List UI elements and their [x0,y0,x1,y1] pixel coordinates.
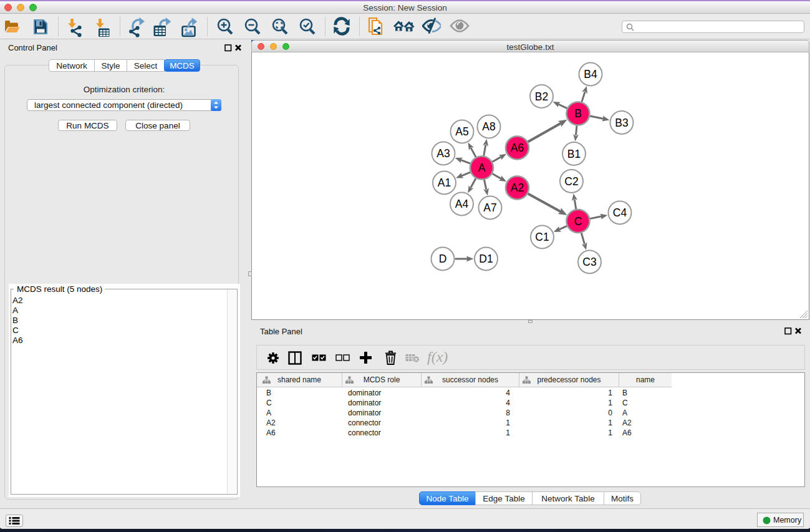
svg-text:A: A [478,162,486,174]
svg-text:D1: D1 [479,253,493,265]
svg-text:B: B [574,107,582,120]
svg-text:C2: C2 [564,175,578,188]
svg-text:C3: C3 [582,256,596,268]
svg-text:A3: A3 [436,147,450,160]
svg-text:A6: A6 [511,142,524,154]
svg-text:B1: B1 [567,148,581,160]
svg-text:C: C [574,215,582,228]
svg-text:B4: B4 [584,68,597,80]
svg-text:C4: C4 [613,206,627,219]
svg-text:A7: A7 [483,201,496,214]
svg-text:B2: B2 [535,90,548,103]
svg-text:C1: C1 [535,231,549,243]
svg-text:B3: B3 [615,117,628,129]
svg-text:A8: A8 [482,120,495,133]
svg-text:D: D [439,253,447,265]
svg-text:A5: A5 [455,125,468,138]
svg-text:A2: A2 [511,181,524,194]
svg-text:A1: A1 [438,177,451,189]
svg-text:A4: A4 [455,198,469,210]
